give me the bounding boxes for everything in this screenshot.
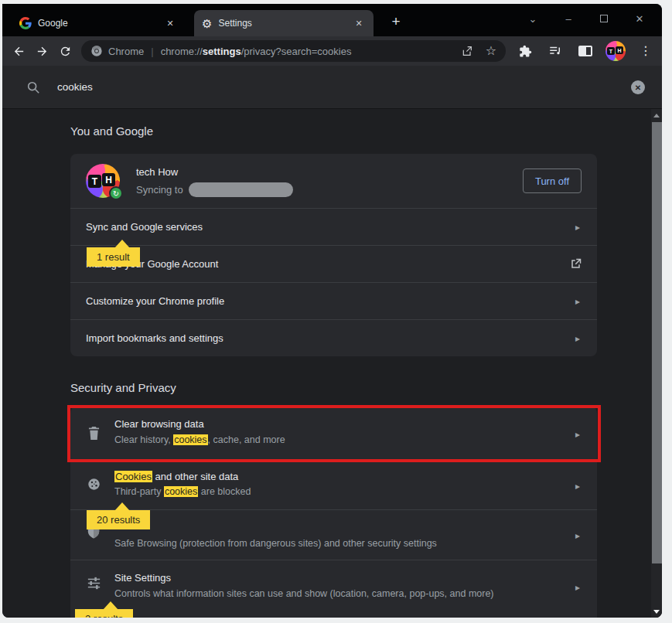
subtitle-text: are blocked	[198, 486, 251, 497]
tab-close-icon[interactable]: ✕	[163, 16, 177, 30]
highlighted-term: cookies	[164, 486, 198, 497]
chevron-right-icon: ▸	[575, 296, 580, 307]
search-icon	[26, 80, 40, 94]
row-label: Sync and Google services	[86, 221, 203, 233]
highlighted-term: Cookies	[114, 471, 152, 482]
highlighted-term: cookies	[173, 434, 207, 445]
new-tab-button[interactable]: +	[386, 12, 406, 32]
open-in-new-icon	[570, 258, 582, 272]
row-label: Customize your Chrome profile	[86, 295, 224, 307]
maximize-icon	[600, 15, 608, 22]
browser-window: Google ✕ ⚙ Settings ✕ + ⌄ – ✕	[2, 4, 662, 618]
share-icon[interactable]	[461, 45, 473, 57]
scrollbar-down-arrow[interactable]	[651, 605, 662, 618]
address-bar[interactable]: Chrome | chrome://settings/privacy?searc…	[81, 40, 506, 62]
chevron-right-icon: ▸	[575, 582, 580, 593]
extensions-icon[interactable]	[513, 39, 537, 63]
triangle-down-icon	[653, 610, 660, 614]
tab-settings[interactable]: ⚙ Settings ✕	[194, 10, 374, 36]
row-clear-browsing-data[interactable]: Clear browsing data Clear history, cooki…	[70, 407, 597, 461]
side-panel-glyph	[578, 46, 592, 56]
badge-pointer	[103, 601, 118, 610]
subtitle-text: Clear history,	[114, 434, 173, 445]
redacted-sync-target	[189, 182, 293, 197]
tab-google[interactable]: Google ✕	[12, 10, 185, 36]
minimize-button[interactable]: –	[551, 9, 586, 29]
bookmark-star-icon[interactable]: ☆	[486, 45, 496, 57]
sliders-icon	[87, 577, 101, 593]
scrollbar-thumb[interactable]	[652, 122, 662, 563]
row-import-bookmarks[interactable]: Import bookmarks and settings ▸	[70, 319, 597, 356]
search-result-badge: 20 results	[87, 510, 150, 529]
row-subtitle: Third-party cookies are blocked	[114, 486, 251, 497]
row-title: Site Settings	[114, 572, 171, 584]
profile-row: T H ↻ tech How Syncing to Turn off	[70, 154, 597, 208]
avatar-letter: T	[88, 175, 101, 188]
row-site-settings[interactable]: Site Settings Controls what information …	[70, 560, 597, 618]
profile-avatar-large: T H ↻	[86, 164, 120, 198]
tab-strip: Google ✕ ⚙ Settings ✕ + ⌄ – ✕	[2, 4, 662, 36]
google-favicon-icon	[19, 17, 32, 29]
settings-content: You and Google T H ↻ tech How Syncing to…	[2, 109, 662, 618]
maximize-button[interactable]	[586, 9, 622, 29]
search-result-badge-partial: 2 results	[75, 609, 133, 618]
close-window-button[interactable]: ✕	[622, 9, 657, 29]
you-and-google-card: T H ↻ tech How Syncing to Turn off Sync …	[70, 154, 597, 356]
tab-title: Settings	[218, 18, 346, 29]
tab-search-chevron-icon[interactable]: ⌄	[515, 9, 551, 29]
chevron-right-icon: ▸	[575, 481, 580, 492]
subtitle-text: Third-party	[114, 486, 164, 497]
row-sync-and-google-services[interactable]: Sync and Google services ▸	[70, 208, 597, 245]
reload-button[interactable]	[53, 39, 77, 63]
avatar-letter: H	[616, 46, 623, 54]
kebab-menu-icon[interactable]: ⋮	[634, 39, 657, 63]
chevron-right-icon: ▸	[575, 222, 580, 233]
kebab-glyph: ⋮	[640, 45, 652, 57]
cookie-icon	[87, 478, 101, 494]
settings-search-input[interactable]	[57, 81, 521, 93]
toolbar-actions: T H ⋮	[513, 39, 657, 63]
url-host: settings	[203, 46, 241, 57]
row-subtitle: Clear history, cookies, cache, and more	[114, 434, 285, 445]
avatar-letter: T	[607, 47, 615, 55]
url-scheme: chrome://	[161, 46, 203, 57]
row-manage-google-account[interactable]: Manage your Google Account	[70, 245, 597, 282]
profile-name: tech How	[136, 166, 178, 178]
row-cookies-site-data[interactable]: Cookies and other site data Third-party …	[70, 461, 597, 509]
badge-text: 2 results	[85, 613, 123, 618]
chevron-right-icon: ▸	[575, 429, 580, 440]
chevron-right-icon: ▸	[575, 333, 580, 344]
row-subtitle: Safe Browsing (protection from dangerous…	[114, 538, 437, 549]
section-heading-security-privacy: Security and Privacy	[70, 381, 176, 394]
turn-off-button[interactable]: Turn off	[523, 169, 582, 193]
side-panel-icon[interactable]	[574, 39, 597, 63]
back-button[interactable]	[7, 39, 30, 63]
media-controls-icon[interactable]	[544, 39, 567, 63]
avatar-image: T H	[605, 41, 626, 61]
settings-favicon-icon: ⚙	[202, 18, 212, 29]
url-text: chrome://settings/privacy?search=cookies	[161, 46, 455, 57]
url-separator: |	[151, 46, 153, 57]
triangle-up-icon	[653, 114, 660, 117]
row-customize-chrome-profile[interactable]: Customize your Chrome profile ▸	[70, 282, 597, 319]
badge-pointer	[114, 240, 130, 248]
row-subtitle: Controls what information sites can use …	[114, 588, 494, 599]
window-controls: ⌄ – ✕	[515, 9, 657, 29]
scrollbar-up-arrow[interactable]	[651, 109, 662, 121]
avatar-letter: H	[102, 173, 115, 186]
sync-badge-icon: ↻	[109, 186, 123, 200]
badge-text: 1 result	[97, 251, 130, 263]
sync-status-label: Syncing to	[136, 184, 183, 196]
browser-toolbar: Chrome | chrome://settings/privacy?searc…	[2, 36, 662, 66]
forward-button[interactable]	[30, 39, 53, 63]
subtitle-text: , cache, and more	[208, 434, 285, 445]
scrollbar[interactable]	[651, 109, 662, 618]
search-result-badge: 1 result	[87, 247, 140, 267]
title-text: and other site data	[152, 471, 238, 482]
row-label: Import bookmarks and settings	[86, 332, 223, 344]
url-path: /privacy?search=cookies	[241, 46, 352, 57]
tab-close-icon[interactable]: ✕	[352, 16, 366, 30]
profile-avatar[interactable]: T H	[604, 39, 627, 63]
badge-pointer	[114, 502, 130, 511]
clear-search-icon[interactable]: ✕	[631, 80, 645, 94]
